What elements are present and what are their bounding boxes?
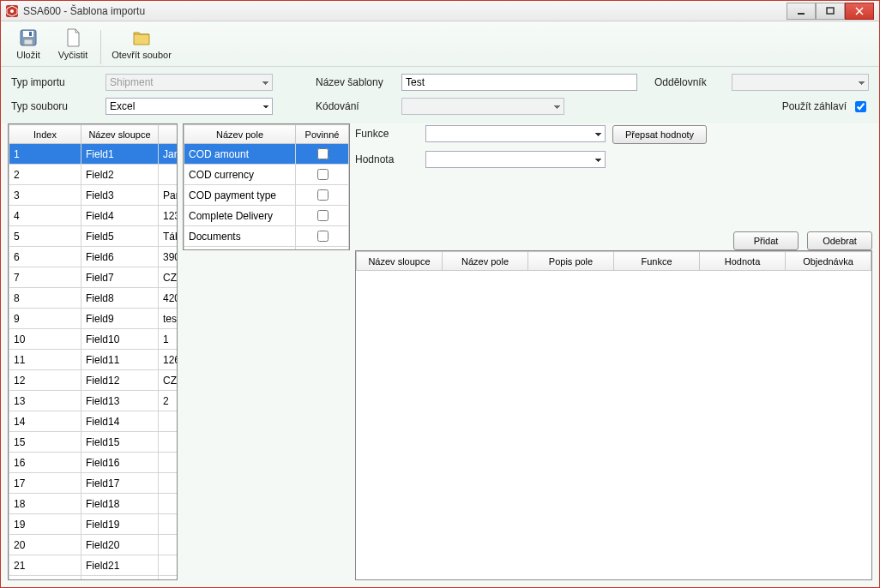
window: SSA600 - Šablona importu Uložit Vyčistit… bbox=[0, 0, 880, 588]
col-index-header[interactable]: Index bbox=[9, 125, 81, 144]
map-field-desc-header[interactable]: Popis pole bbox=[528, 252, 614, 271]
clear-label: Vyčistit bbox=[58, 50, 87, 60]
fields-table-panel[interactable]: Název pole Povinné COD amountCOD currenc… bbox=[183, 123, 350, 250]
table-row[interactable]: 2Field2 bbox=[9, 165, 178, 185]
encoding-select[interactable] bbox=[401, 98, 564, 115]
table-row[interactable]: Documents bbox=[184, 226, 349, 247]
table-row[interactable]: 3Field3Panenská bbox=[9, 185, 178, 206]
cell-column-name: Field19 bbox=[81, 514, 159, 535]
table-row[interactable]: 22Field22 bbox=[9, 576, 178, 581]
cell-sample bbox=[159, 494, 178, 514]
cell-column-name: Field10 bbox=[81, 329, 159, 350]
columns-table-panel[interactable]: Index Název sloupce Vzorová data Vybrat … bbox=[8, 123, 178, 580]
cell-required bbox=[296, 226, 349, 247]
table-row[interactable]: 21Field21 bbox=[9, 555, 178, 576]
overwrite-values-button[interactable]: Přepsat hodnoty bbox=[612, 125, 707, 144]
cell-index: 7 bbox=[9, 267, 81, 288]
map-function-header[interactable]: Funkce bbox=[614, 252, 700, 271]
save-button[interactable]: Uložit bbox=[8, 22, 49, 64]
required-checkbox[interactable] bbox=[317, 148, 328, 159]
table-row[interactable]: 1Field1Jan Holý bbox=[9, 144, 178, 165]
required-checkbox[interactable] bbox=[317, 169, 328, 180]
table-row[interactable]: 17Field17 bbox=[9, 473, 178, 494]
cell-sample bbox=[159, 473, 178, 494]
cell-required bbox=[296, 144, 349, 165]
cell-index: 21 bbox=[9, 555, 81, 576]
col-sample-header[interactable]: Vzorová data bbox=[159, 125, 178, 144]
required-checkbox[interactable] bbox=[317, 210, 328, 221]
cell-sample bbox=[159, 535, 178, 555]
table-row[interactable]: 7Field7CZ bbox=[9, 267, 178, 288]
map-col-name-header[interactable]: Název sloupce bbox=[357, 252, 443, 271]
template-name-input[interactable] bbox=[401, 74, 637, 91]
cell-sample: 1234 bbox=[159, 206, 178, 226]
required-checkbox[interactable] bbox=[317, 231, 328, 242]
cell-field-name: Documents bbox=[184, 226, 296, 247]
cell-field-name: COD amount bbox=[184, 144, 296, 165]
mapping-controls: Funkce Přepsat hodnoty Hodnota Přidat Od… bbox=[355, 123, 872, 250]
remove-button[interactable]: Odebrat bbox=[807, 231, 872, 250]
cell-sample: 39001 bbox=[159, 247, 178, 267]
table-row[interactable]: 13Field132 bbox=[9, 391, 178, 411]
table-row[interactable]: 4Field41234 bbox=[9, 206, 178, 226]
table-row[interactable]: 16Field16 bbox=[9, 453, 178, 473]
svg-point-1 bbox=[10, 9, 14, 13]
import-type-select[interactable]: Shipment bbox=[105, 74, 273, 91]
open-file-label: Otevřít soubor bbox=[112, 50, 172, 60]
window-buttons bbox=[787, 3, 874, 20]
value-select[interactable] bbox=[425, 151, 606, 168]
table-row[interactable]: 5Field5Tábor bbox=[9, 226, 178, 247]
minimize-button[interactable] bbox=[787, 3, 816, 20]
required-header[interactable]: Povinné bbox=[296, 125, 349, 144]
col-name-header[interactable]: Název sloupce bbox=[81, 125, 159, 144]
required-checkbox[interactable] bbox=[317, 189, 328, 201]
table-row[interactable]: 10Field101 bbox=[9, 329, 178, 350]
close-button[interactable] bbox=[845, 3, 874, 20]
table-row[interactable]: 9Field9test@test.cz bbox=[9, 309, 178, 329]
use-header-checkbox[interactable] bbox=[855, 101, 866, 112]
table-row[interactable]: 15Field15 bbox=[9, 432, 178, 453]
table-row[interactable]: 14Field14 bbox=[9, 411, 178, 432]
table-row[interactable]: COD amount bbox=[184, 144, 349, 165]
map-field-name-header[interactable]: Název pole bbox=[443, 252, 528, 271]
cell-sample bbox=[159, 165, 178, 185]
field-name-header[interactable]: Název pole bbox=[184, 125, 296, 144]
table-row[interactable]: 18Field18 bbox=[9, 494, 178, 514]
cell-sample: 420111222333 bbox=[159, 288, 178, 309]
file-type-select[interactable]: Excel bbox=[105, 98, 273, 115]
cell-sample bbox=[159, 411, 178, 432]
cell-index: 20 bbox=[9, 535, 81, 555]
use-header-wrap: Použít záhlaví bbox=[732, 99, 869, 115]
cell-column-name: Field1 bbox=[81, 144, 159, 165]
clear-button[interactable]: Vyčistit bbox=[52, 22, 93, 64]
table-row[interactable]: 6Field639001 bbox=[9, 247, 178, 267]
table-row[interactable]: 19Field19 bbox=[9, 514, 178, 535]
add-button[interactable]: Přidat bbox=[733, 231, 799, 250]
cell-field-name: COD currency bbox=[184, 165, 296, 185]
table-row[interactable]: 12Field12CZK bbox=[9, 370, 178, 391]
cell-index: 19 bbox=[9, 514, 81, 535]
cell-index: 17 bbox=[9, 473, 81, 494]
import-type-label: Typ importu bbox=[11, 76, 105, 88]
maximize-button[interactable] bbox=[816, 3, 845, 20]
table-row[interactable]: 11Field1112650 bbox=[9, 350, 178, 370]
open-file-button[interactable]: Otevřít soubor bbox=[108, 22, 175, 64]
delimiter-select[interactable] bbox=[732, 74, 869, 91]
window-title: SSA600 - Šablona importu bbox=[23, 5, 781, 17]
cell-sample: CZK bbox=[159, 370, 178, 391]
table-row[interactable]: Complete Delivery bbox=[184, 206, 349, 226]
table-row[interactable]: 8Field8420111222333 bbox=[9, 288, 178, 309]
cell-sample bbox=[159, 514, 178, 535]
columns-table: Index Název sloupce Vzorová data Vybrat … bbox=[9, 124, 178, 580]
right-panel: Funkce Přepsat hodnoty Hodnota Přidat Od… bbox=[355, 123, 872, 580]
table-row[interactable]: COD payment type bbox=[184, 185, 349, 206]
table-row[interactable]: COD currency bbox=[184, 165, 349, 185]
cell-column-name: Field13 bbox=[81, 391, 159, 411]
map-order-header[interactable]: Objednávka bbox=[786, 252, 871, 271]
cell-column-name: Field14 bbox=[81, 411, 159, 432]
mapping-table-panel[interactable]: Název sloupce Název pole Popis pole Funk… bbox=[355, 250, 872, 580]
table-row[interactable]: 20Field20 bbox=[9, 535, 178, 555]
map-value-header[interactable]: Hodnota bbox=[700, 252, 786, 271]
cell-column-name: Field4 bbox=[81, 206, 159, 226]
function-select[interactable] bbox=[425, 125, 606, 142]
